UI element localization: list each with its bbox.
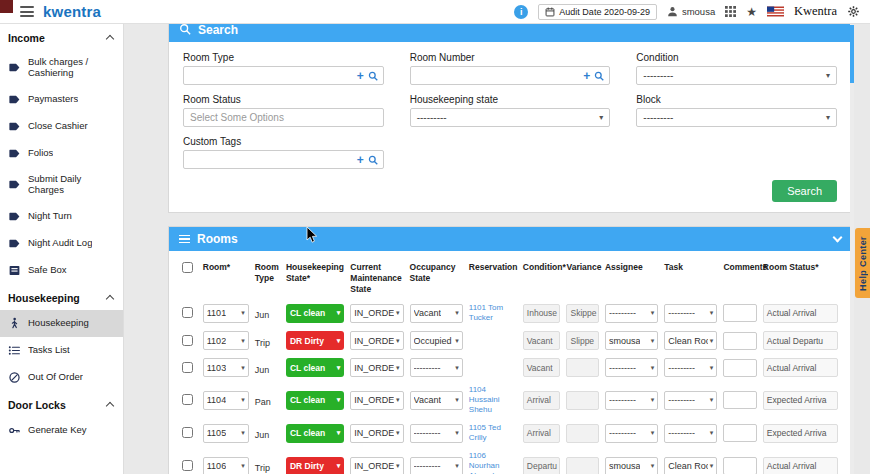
add-icon[interactable]: + [357,154,364,166]
sidebar-item-submit-daily-charges[interactable]: Submit Daily Charges [0,167,123,203]
settings-gear-icon[interactable] [847,5,860,18]
row-checkbox[interactable] [182,307,193,318]
custom-tags-input[interactable] [190,154,351,165]
room-select[interactable]: 1101▾ [203,304,249,323]
sidebar-item-generate-key[interactable]: Generate Key [0,417,123,444]
sidebar-item-close-cashier[interactable]: Close Cashier [0,113,123,140]
scrollbar-thumb[interactable] [850,25,854,83]
add-icon[interactable]: + [357,70,364,82]
app-logo[interactable]: kwentra [43,3,101,20]
favorites-star-icon[interactable]: ★ [746,6,757,18]
search-button[interactable]: Search [772,180,837,202]
sidebar-item-out-of-order[interactable]: Out Of Order [0,364,123,391]
row-checkbox[interactable] [182,394,193,405]
sidebar-section-header[interactable]: Income [0,24,123,50]
task-select[interactable]: ---------▾ [664,391,717,410]
room-status-label: Room Status [183,94,384,105]
housekeeping-state-button[interactable]: DR Dirty▾ [286,331,344,350]
block-select[interactable]: --------- ▾ [636,108,837,127]
occupancy-state-select[interactable]: Vacant▾ [410,304,463,323]
info-icon[interactable]: i [514,5,528,19]
reservation-link[interactable]: 1101 Tom Tucker [469,303,517,323]
sidebar-section-header[interactable]: Door Locks [0,391,123,417]
comment-input[interactable] [723,359,756,377]
occupancy-state-select[interactable]: Occupied▾ [410,331,463,350]
reservation-link[interactable]: 1104 Hussaini Shehu [469,385,517,415]
sidebar-item-bulk-charges-cashiering[interactable]: Bulk charges / Cashiering [0,50,123,86]
sidebar-item-safe-box[interactable]: Safe Box [0,257,123,284]
apps-grid-icon[interactable] [725,6,736,17]
assignee-select[interactable]: smousa▾ [605,331,658,350]
search-icon[interactable] [368,67,378,85]
maintenance-state-select[interactable]: IN_ORDE▾ [350,358,403,377]
room-select[interactable]: 1105▾ [203,424,249,443]
housekeeping-state-button[interactable]: CL clean▾ [286,424,344,443]
housekeeping-state-button[interactable]: CL clean▾ [286,391,344,410]
chevron-down-icon: ▾ [710,396,714,404]
task-select[interactable]: ---------▾ [664,304,717,323]
maintenance-state-select[interactable]: IN_ORDE▾ [350,424,403,443]
room-status-multiselect[interactable]: Select Some Options [183,108,384,127]
menu-icon[interactable] [20,6,34,17]
user-menu[interactable]: smousa [667,6,715,17]
maintenance-state-select[interactable]: IN_ORDE▾ [350,457,403,474]
maintenance-state-select[interactable]: IN_ORDE▾ [350,304,403,323]
room-select[interactable]: 1104▾ [203,391,249,410]
language-flag-icon[interactable] [767,6,784,17]
comment-input[interactable] [723,457,756,474]
sidebar-item-night-turn[interactable]: Night Turn [0,203,123,230]
occupancy-state-select[interactable]: ---------▾ [410,424,463,443]
assignee-select[interactable]: ---------▾ [605,304,658,323]
room-type-input[interactable] [190,70,351,81]
room-select[interactable]: 1103▾ [203,358,249,377]
task-select[interactable]: ---------▾ [664,358,717,377]
row-checkbox[interactable] [182,335,193,346]
sidebar-section-label: Housekeeping [8,292,80,304]
search-panel-header[interactable]: Search [169,24,851,42]
room-number-input[interactable] [417,70,578,81]
housekeeping-state-button[interactable]: DR Dirty▾ [286,457,344,474]
help-center-tab[interactable]: Help Center [855,228,870,298]
task-select[interactable]: Clean Roo▾ [664,457,717,474]
search-icon[interactable] [594,67,604,85]
row-checkbox[interactable] [182,362,193,373]
add-icon[interactable]: + [583,70,590,82]
chevron-down-icon[interactable] [833,233,843,243]
housekeeping-state-button[interactable]: CL clean▾ [286,358,344,377]
rooms-panel-header[interactable]: Rooms [169,227,851,251]
sidebar-section-header[interactable]: Housekeeping [0,284,123,310]
sidebar-item-tasks-list[interactable]: Tasks List [0,337,123,364]
comment-input[interactable] [723,332,756,350]
row-checkbox[interactable] [182,460,193,471]
sidebar-item-night-audit-log[interactable]: Night Audit Log [0,230,123,257]
housekeeping-state-button[interactable]: CL clean▾ [286,304,344,323]
occupancy-state-select[interactable]: ---------▾ [410,358,463,377]
room-select[interactable]: 1106▾ [203,457,249,474]
reservation-link[interactable]: 1105 Ted Crilly [469,423,517,443]
comment-input[interactable] [723,424,756,442]
housekeeping-state-select[interactable]: --------- ▾ [410,108,611,127]
comment-input[interactable] [723,391,756,409]
assignee-select[interactable]: smousa▾ [605,457,658,474]
reservation-link[interactable]: 1106 Nourhan Ahmed [469,451,517,474]
assignee-select[interactable]: ---------▾ [605,424,658,443]
search-icon[interactable] [368,151,378,169]
condition-select[interactable]: --------- ▾ [636,66,837,85]
sidebar-item-folios[interactable]: Folios [0,140,123,167]
maintenance-state-select[interactable]: IN_ORDE▾ [350,391,403,410]
select-all-checkbox[interactable] [182,262,193,273]
audit-date-button[interactable]: Audit Date 2020-09-29 [538,4,657,20]
assignee-select[interactable]: ---------▾ [605,391,658,410]
room-select[interactable]: 1102▾ [203,331,249,350]
main-scrollbar[interactable] [850,24,854,474]
occupancy-state-select[interactable]: ---------▾ [410,457,463,474]
assignee-select[interactable]: ---------▾ [605,358,658,377]
comment-input[interactable] [723,304,756,322]
sidebar-item-housekeeping[interactable]: Housekeeping [0,310,123,337]
task-select[interactable]: Clean Roo▾ [664,331,717,350]
sidebar-item-paymasters[interactable]: Paymasters [0,86,123,113]
occupancy-state-select[interactable]: Vacant▾ [410,391,463,410]
row-checkbox[interactable] [182,427,193,438]
maintenance-state-select[interactable]: IN_ORDE▾ [350,331,403,350]
task-select[interactable]: ---------▾ [664,424,717,443]
